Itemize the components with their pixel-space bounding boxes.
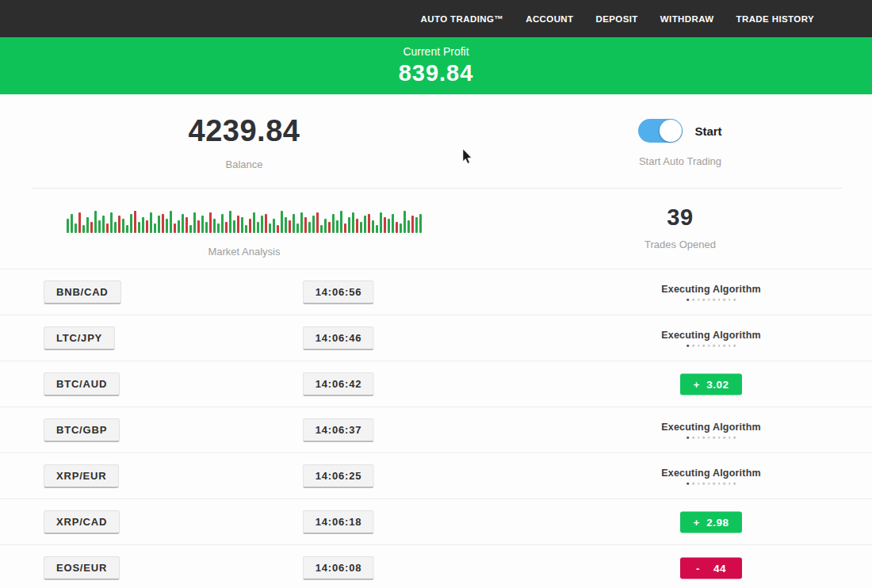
time-badge: 14:06:42 [303, 372, 374, 396]
trade-row: BNB/CAD 14:06:56 Executing Algorithm [0, 269, 872, 315]
time-badge: 14:06:37 [303, 418, 374, 442]
time-badge: 14:06:46 [303, 326, 374, 350]
loss-badge: - 44 [680, 557, 742, 578]
profit-badge: + 3.02 [680, 373, 742, 395]
trade-status: Executing Algorithm [661, 467, 761, 485]
trade-status: + 3.02 [680, 373, 742, 395]
trades-opened-value: 39 [488, 206, 872, 229]
current-profit-banner: Current Profit 839.84 [0, 37, 872, 94]
progress-dots [661, 482, 761, 485]
nav-item-trade-history[interactable]: TRADE HISTORY [736, 14, 815, 24]
trade-row: XRP/CAD 14:06:18 + 2.98 [0, 499, 872, 545]
trade-status: Executing Algorithm [661, 329, 761, 347]
current-profit-value: 839.84 [0, 60, 872, 86]
trades-opened-label: Trades Opened [488, 239, 872, 250]
trades-list: BNB/CAD 14:06:56 Executing Algorithm LTC… [0, 269, 872, 588]
time-badge: 14:06:18 [303, 510, 374, 534]
pair-badge: BTC/GBP [44, 418, 120, 442]
market-analysis-chart [67, 206, 422, 233]
balance-label: Balance [0, 158, 488, 170]
trade-status: - 44 [680, 557, 742, 578]
progress-dots [661, 436, 761, 439]
executing-label: Executing Algorithm [661, 329, 761, 340]
pair-badge: XRP/CAD [44, 510, 120, 534]
trade-status: Executing Algorithm [661, 421, 761, 439]
executing-label: Executing Algorithm [661, 421, 761, 432]
market-analysis-label: Market Analysis [0, 246, 488, 258]
executing-label: Executing Algorithm [661, 467, 761, 478]
progress-dots [661, 298, 761, 301]
auto-trading-toggle[interactable] [638, 119, 683, 143]
nav-item-account[interactable]: ACCOUNT [526, 14, 573, 24]
toggle-sub-label: Start Auto Trading [488, 155, 872, 167]
toggle-knob [660, 120, 682, 142]
current-profit-label: Current Profit [0, 37, 872, 58]
progress-dots [661, 344, 761, 347]
executing-label: Executing Algorithm [661, 283, 761, 294]
trade-row: EOS/EUR 14:06:08 - 44 [0, 545, 872, 588]
trade-status: Executing Algorithm [661, 283, 761, 301]
time-badge: 14:06:56 [303, 281, 374, 304]
trade-row: LTC/JPY 14:06:46 Executing Algorithm [0, 315, 872, 361]
time-badge: 14:06:08 [303, 556, 374, 580]
trade-row: BTC/GBP 14:06:37 Executing Algorithm [0, 407, 872, 453]
profit-badge: + 2.98 [680, 511, 742, 533]
pair-badge: BNB/CAD [44, 281, 121, 304]
nav-item-auto-trading[interactable]: AUTO TRADING™ [421, 14, 504, 24]
time-badge: 14:06:25 [303, 464, 374, 488]
nav-item-deposit[interactable]: DEPOSIT [596, 14, 638, 24]
top-nav: AUTO TRADING™ ACCOUNT DEPOSIT WITHDRAW T… [0, 0, 872, 37]
pair-badge: LTC/JPY [44, 326, 115, 350]
balance-section: 4239.84 Balance Start Start Auto Trading [0, 94, 872, 188]
balance-value: 4239.84 [0, 116, 488, 146]
trade-row: XRP/EUR 14:06:25 Executing Algorithm [0, 453, 872, 499]
pair-badge: XRP/EUR [44, 464, 119, 488]
trade-row: BTC/AUD 14:06:42 + 3.02 [0, 361, 872, 407]
pair-badge: BTC/AUD [44, 372, 120, 396]
toggle-label: Start [694, 124, 721, 138]
market-section: Market Analysis 39 Trades Opened [0, 189, 872, 269]
pair-badge: EOS/EUR [44, 556, 120, 580]
trade-status: + 2.98 [680, 511, 742, 533]
nav-item-withdraw[interactable]: WITHDRAW [660, 14, 714, 24]
